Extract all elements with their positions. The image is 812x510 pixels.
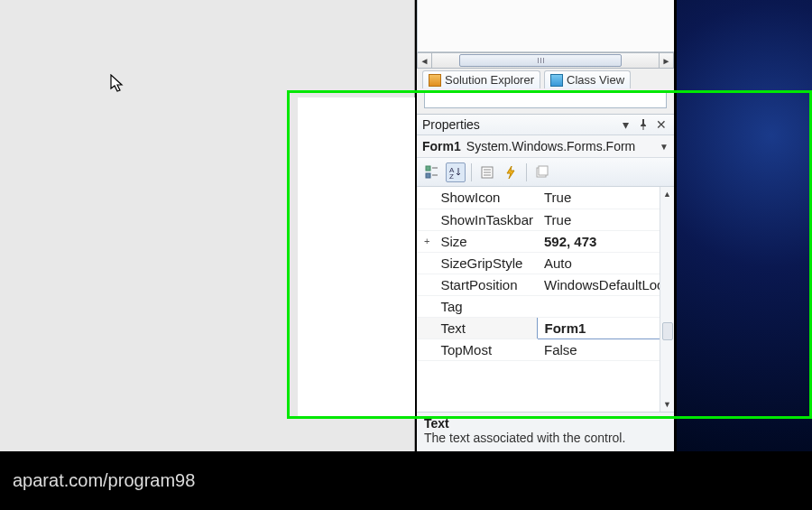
window-position-icon[interactable]: ▾	[618, 117, 632, 132]
close-icon[interactable]: ✕	[654, 117, 669, 132]
properties-button[interactable]	[477, 162, 497, 182]
panel-combobox[interactable]	[424, 90, 667, 108]
expand-toggle[interactable]: +	[417, 230, 433, 252]
svg-text:Z: Z	[449, 172, 454, 180]
tab-label: Class View	[567, 73, 624, 87]
scroll-right-arrow-icon[interactable]: ►	[659, 53, 673, 68]
property-value[interactable]: False	[537, 338, 674, 360]
svg-rect-6	[539, 166, 548, 175]
property-value[interactable]: Form1	[537, 317, 674, 338]
scroll-thumb[interactable]	[459, 54, 622, 67]
pin-icon[interactable]	[636, 117, 651, 132]
property-value[interactable]: WindowsDefaultLocation	[537, 274, 674, 295]
property-row[interactable]: Tag	[417, 295, 674, 317]
toolbar-separator	[526, 163, 527, 181]
description-text: The text associated with the control.	[424, 431, 667, 445]
expand-toggle	[417, 295, 433, 317]
expand-toggle	[417, 252, 433, 274]
chevron-down-icon: ▼	[660, 142, 669, 152]
property-name: Size	[433, 230, 537, 252]
panel-tabs: Solution Explorer Class View	[417, 69, 674, 88]
property-row[interactable]: SizeGripStyleAuto	[417, 252, 674, 274]
property-value[interactable]: Auto	[537, 252, 674, 274]
property-name: Tag	[433, 295, 537, 317]
property-value[interactable]: True	[537, 209, 674, 230]
scroll-up-arrow-icon[interactable]: ▲	[660, 187, 674, 201]
svg-rect-1	[426, 173, 430, 178]
tab-solution-explorer[interactable]: Solution Explorer	[422, 70, 540, 88]
watermark-text: aparat.com/program98	[13, 470, 195, 491]
expand-toggle	[417, 317, 433, 338]
solution-explorer-icon	[429, 74, 441, 87]
property-value[interactable]: True	[537, 187, 674, 209]
object-type: System.Windows.Forms.Form	[466, 139, 635, 153]
property-row[interactable]: TopMostFalse	[417, 338, 674, 360]
categorized-button[interactable]	[422, 162, 442, 182]
svg-rect-0	[426, 166, 430, 171]
scroll-down-arrow-icon[interactable]: ▼	[660, 397, 674, 412]
expand-toggle	[417, 274, 433, 295]
property-name: StartPosition	[433, 274, 537, 295]
desktop-background	[677, 0, 812, 451]
tab-label: Solution Explorer	[445, 73, 534, 87]
property-name: ShowInTaskbar	[433, 209, 537, 230]
blank-panel	[298, 97, 415, 417]
properties-titlebar: Properties ▾ ✕	[417, 115, 674, 135]
properties-grid[interactable]: ShowIconTrueShowInTaskbarTrue+Size592, 4…	[417, 187, 674, 412]
class-view-icon	[550, 74, 563, 87]
property-row[interactable]: +Size592, 473	[417, 230, 674, 252]
scroll-thumb-vertical[interactable]	[662, 322, 673, 340]
video-watermark-bar: aparat.com/program98	[0, 451, 812, 510]
events-button[interactable]	[501, 162, 521, 182]
object-name: Form1	[422, 139, 461, 153]
top-panel-blank	[417, 0, 674, 52]
right-panel-column: ◄ ► Solution Explorer Class View Propert…	[417, 0, 674, 451]
object-selector[interactable]: Form1 System.Windows.Forms.Form ▼	[417, 135, 674, 158]
tab-class-view[interactable]: Class View	[544, 70, 631, 88]
property-row[interactable]: ShowIconTrue	[417, 187, 674, 209]
property-description: Text The text associated with the contro…	[417, 412, 674, 457]
property-row[interactable]: ShowInTaskbarTrue	[417, 209, 674, 230]
property-value[interactable]: 592, 473	[537, 230, 674, 252]
property-row[interactable]: TextForm1	[417, 317, 674, 338]
expand-toggle	[417, 209, 433, 230]
property-row[interactable]: StartPositionWindowsDefaultLocation	[417, 274, 674, 295]
scroll-left-arrow-icon[interactable]: ◄	[418, 53, 432, 68]
expand-toggle	[417, 338, 433, 360]
vertical-scrollbar[interactable]: ▲ ▼	[660, 187, 674, 412]
property-name: Text	[433, 317, 537, 338]
property-name: TopMost	[433, 338, 537, 360]
property-name: ShowIcon	[433, 187, 537, 209]
properties-title-text: Properties	[422, 117, 480, 132]
toolbar-separator	[471, 163, 472, 181]
description-name: Text	[424, 416, 667, 431]
horizontal-scrollbar[interactable]: ◄ ►	[417, 52, 674, 69]
expand-toggle	[417, 187, 433, 209]
properties-toolbar: AZ	[417, 158, 674, 187]
property-pages-button[interactable]	[532, 162, 552, 182]
property-value[interactable]	[537, 295, 674, 317]
property-name: SizeGripStyle	[433, 252, 537, 274]
scroll-track[interactable]	[432, 53, 659, 68]
alphabetical-button[interactable]: AZ	[446, 162, 466, 182]
properties-panel: Properties ▾ ✕ Form1 System.Windows.Form…	[417, 114, 674, 457]
